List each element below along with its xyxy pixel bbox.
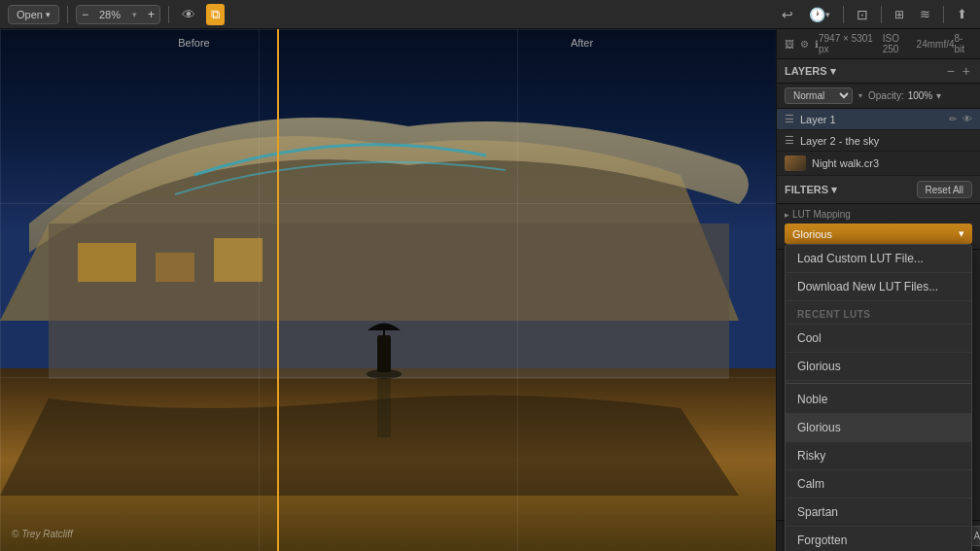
separator-2 (168, 6, 169, 23)
grid-icon: ⊞ (894, 8, 904, 21)
layer-thumb (785, 155, 806, 171)
lut-noble[interactable]: Noble (786, 386, 971, 414)
split-line[interactable] (277, 29, 279, 551)
watermark: © Trey Ratcliff (12, 529, 73, 539)
opacity-chevron: ▾ (936, 90, 941, 101)
lut-mapping-title: ▸ LUT Mapping (785, 209, 972, 220)
canvas-background (0, 29, 776, 551)
export-icon: ⬆ (957, 7, 967, 21)
history-chevron: ▾ (825, 10, 830, 19)
layer-3-name: Night walk.cr3 (812, 157, 972, 169)
image-icon: 🖼 (785, 39, 794, 50)
lut-forgotten[interactable]: Forgotten (786, 527, 971, 551)
recent-luts-label: RECENT LUTS (786, 301, 971, 325)
layer-2-icon: ☰ (785, 134, 794, 147)
blend-chevron: ▾ (858, 91, 862, 100)
crop-button[interactable]: ⊡ (852, 4, 873, 25)
zoom-control: − 28% ▾ + (76, 5, 160, 24)
filters-header: FILTERS ▾ Reset All (777, 176, 980, 204)
view-toggle-button[interactable]: 👁 (177, 4, 200, 25)
lut-dropdown-container: Glorious ▾ Load Custom LUT File... Downl… (785, 224, 972, 244)
open-button[interactable]: Open ▾ (8, 5, 59, 24)
right-panel: 🖼 ⚙ ℹ 7947 × 5301 px ISO 250 24mm f/4 8-… (776, 29, 980, 551)
lut-dropdown-popup: Load Custom LUT File... Download New LUT… (785, 244, 972, 551)
layers-chevron: ▾ (830, 65, 836, 78)
layer-1-edit-icon: ✏ (949, 114, 957, 124)
filters-chevron: ▾ (831, 184, 837, 196)
lut-recent-glorious[interactable]: Glorious (786, 353, 971, 381)
lut-mapping-section: ▸ LUT Mapping Glorious ▾ Load Custom LUT… (777, 204, 980, 250)
layers-plus-button[interactable]: + (961, 64, 972, 78)
lut-spartan[interactable]: Spartan (786, 499, 971, 527)
open-label: Open (17, 9, 43, 20)
layer-item-1[interactable]: ☰ Layer 1 ✏ 👁 (777, 109, 980, 130)
separator-4 (881, 6, 882, 23)
separator-5 (943, 6, 944, 23)
focal-info: 24mm (917, 39, 944, 50)
lut-risky[interactable]: Risky (786, 442, 971, 470)
svg-rect-4 (156, 253, 194, 282)
filters-title: FILTERS ▾ (785, 184, 837, 196)
panel-info-icons: 🖼 ⚙ ℹ (785, 39, 819, 50)
blend-row: Normal ▾ Opacity: 100% ▾ (777, 84, 980, 109)
blend-mode-select[interactable]: Normal (785, 87, 853, 104)
zoom-chevron: ▾ (126, 10, 143, 19)
layers-title: LAYERS ▾ (785, 65, 836, 78)
lut-dropdown-button[interactable]: Glorious ▾ (785, 224, 972, 244)
svg-rect-3 (78, 243, 136, 282)
separator-1 (67, 6, 68, 23)
layer-2-name: Layer 2 - the sky (800, 135, 972, 147)
lut-recent-cool[interactable]: Cool (786, 325, 971, 353)
lut-chevron-icon: ▾ (959, 227, 964, 240)
image-dimensions: 7947 × 5301 px (819, 33, 883, 54)
svg-rect-5 (214, 238, 262, 282)
zoom-value: 28% (93, 9, 126, 20)
opacity-value: 100% (908, 90, 933, 101)
clock-icon: 🕐 (809, 7, 825, 22)
compare-icon: ⧉ (211, 7, 220, 22)
lut-glorious[interactable]: Glorious (786, 414, 971, 442)
building-svg (0, 29, 776, 551)
zoom-plus-button[interactable]: + (143, 6, 159, 23)
tone-button[interactable]: ≋ (915, 4, 935, 25)
layers-header: LAYERS ▾ − + (777, 59, 980, 84)
eye-icon: 👁 (182, 7, 195, 22)
svg-rect-7 (377, 335, 391, 372)
canvas-area[interactable]: Before After © Trey Ratcliff (0, 29, 776, 551)
aperture-info: f/4 (943, 39, 954, 50)
undo-icon: ↩ (782, 7, 793, 22)
info-icon: ⚙ (800, 39, 809, 50)
history-button[interactable]: 🕐 ▾ (804, 4, 835, 25)
open-chevron: ▾ (46, 10, 51, 19)
opacity-row: Opacity: 100% ▾ (868, 90, 941, 101)
separator-3 (843, 6, 844, 23)
layer-item-3[interactable]: Night walk.cr3 (777, 152, 980, 176)
iso-info: ISO 250 (883, 33, 917, 54)
reset-all-button[interactable]: Reset All (917, 181, 972, 198)
lut-chevron-left: ▸ (785, 210, 789, 220)
layer-1-name: Layer 1 (800, 114, 943, 125)
lut-selected-value: Glorious (792, 228, 832, 240)
tone-icon: ≋ (920, 7, 930, 21)
load-custom-lut-item[interactable]: Load Custom LUT File... (786, 245, 971, 273)
export-button[interactable]: ⬆ (952, 4, 972, 25)
lut-calm[interactable]: Calm (786, 470, 971, 499)
dropdown-divider (786, 383, 971, 384)
layer-1-icon: ☰ (785, 113, 794, 125)
panel-info-bar: 🖼 ⚙ ℹ 7947 × 5301 px ISO 250 24mm f/4 8-… (777, 29, 980, 59)
zoom-minus-button[interactable]: − (77, 6, 93, 23)
layer-item-2[interactable]: ☰ Layer 2 - the sky (777, 130, 980, 152)
main-content: Before After © Trey Ratcliff 🖼 ⚙ ℹ 7947 … (0, 29, 980, 551)
download-lut-item[interactable]: Download New LUT Files... (786, 273, 971, 301)
undo-button[interactable]: ↩ (777, 4, 798, 25)
layers-minus-button[interactable]: − (945, 64, 957, 78)
compare-button[interactable]: ⧉ (206, 4, 225, 25)
grid-button[interactable]: ⊞ (890, 4, 909, 25)
crop-icon: ⊡ (857, 7, 868, 22)
bit-depth-info: 8-bit (955, 33, 972, 54)
layers-actions: − + (945, 64, 972, 78)
opacity-label: Opacity: (868, 90, 904, 101)
layer-1-eye-icon[interactable]: 👁 (962, 114, 972, 124)
main-toolbar: Open ▾ − 28% ▾ + 👁 ⧉ ↩ 🕐 ▾ ⊡ ⊞ ≋ ⬆ (0, 0, 980, 29)
